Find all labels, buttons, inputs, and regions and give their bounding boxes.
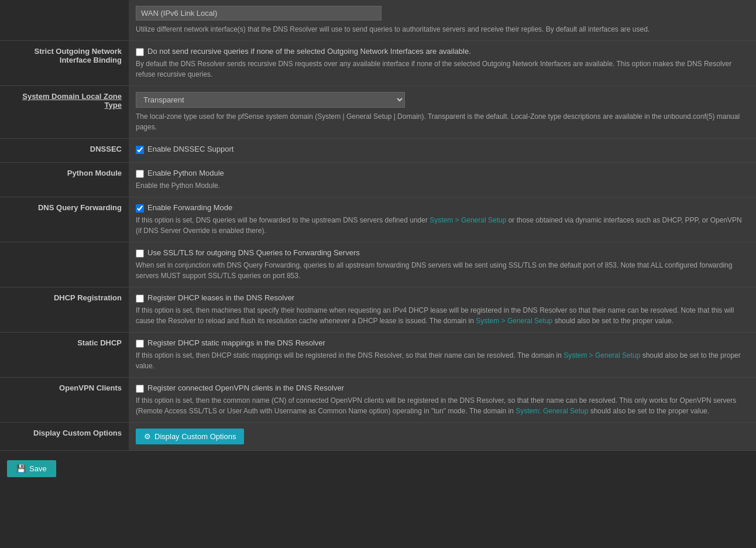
save-row: 💾 Save: [0, 451, 756, 483]
label-outgoing-interface: [0, 0, 129, 41]
python-module-label: Enable Python Module: [147, 169, 224, 177]
label-dhcp-registration: DHCP Registration: [0, 287, 129, 333]
save-icon: 💾: [16, 464, 26, 473]
label-dnssec: DNSSEC: [0, 139, 129, 163]
desc-openvpn-clients: If this option is set, then the common n…: [136, 395, 749, 416]
content-strict-outgoing: Do not send recursive queries if none of…: [129, 41, 756, 86]
dnssec-label: Enable DNSSEC Support: [147, 145, 233, 153]
display-custom-options-button[interactable]: ⚙ Display Custom Options: [136, 429, 244, 444]
dhcp-registration-label: Register DHCP leases in the DNS Resolver: [147, 293, 294, 302]
static-dhcp-label: Register DHCP static mappings in the DNS…: [147, 338, 325, 347]
system-general-setup-link-4[interactable]: System: General Setup: [516, 407, 588, 415]
strict-outgoing-checkbox[interactable]: [136, 48, 144, 56]
row-dhcp-registration: DHCP Registration Register DHCP leases i…: [0, 287, 756, 333]
label-display-custom-options: Display Custom Options: [0, 423, 129, 451]
dhcp-registration-checkbox[interactable]: [136, 294, 144, 303]
desc-strict-outgoing: By default the DNS Resolver sends recurs…: [136, 59, 749, 80]
desc-ssl-tls: When set in conjunction with DNS Query F…: [136, 260, 749, 281]
openvpn-clients-label: Register connected OpenVPN clients in th…: [147, 383, 344, 392]
row-python-module: Python Module Enable Python Module Enabl…: [0, 163, 756, 197]
row-static-dhcp: Static DHCP Register DHCP static mapping…: [0, 333, 756, 378]
desc-system-domain-local: The local-zone type used for the pfSense…: [136, 111, 749, 132]
zone-type-select[interactable]: Transparent deny refuse static redirect …: [136, 92, 405, 108]
label-dns-query-forwarding: DNS Query Forwarding: [0, 197, 129, 242]
row-openvpn-clients: OpenVPN Clients Register connected OpenV…: [0, 378, 756, 423]
row-dnssec: DNSSEC Enable DNSSEC Support: [0, 139, 756, 163]
row-outgoing-interface: Utilize different network interface(s) t…: [0, 0, 756, 41]
gear-icon: ⚙: [144, 432, 151, 441]
label-openvpn-clients: OpenVPN Clients: [0, 378, 129, 423]
desc-outgoing-interface: Utilize different network interface(s) t…: [136, 24, 749, 35]
ssl-tls-label: Use SSL/TLS for outgoing DNS Queries to …: [147, 248, 360, 257]
content-dnssec: Enable DNSSEC Support: [129, 139, 756, 163]
dnssec-checkbox[interactable]: [136, 146, 144, 154]
ssl-tls-checkbox[interactable]: [136, 249, 144, 258]
row-system-domain-local: System Domain Local Zone Type Transparen…: [0, 86, 756, 139]
content-dhcp-registration: Register DHCP leases in the DNS Resolver…: [129, 287, 756, 333]
desc-dhcp-registration: If this option is set, then machines tha…: [136, 305, 749, 326]
desc-dns-query-forwarding: If this option is set, DNS queries will …: [136, 215, 749, 236]
desc-python-module: Enable the Python Module.: [136, 180, 749, 191]
desc-static-dhcp: If this option is set, then DHCP static …: [136, 350, 749, 371]
label-system-domain-local: System Domain Local Zone Type: [0, 86, 129, 139]
label-system-domain-local-link[interactable]: System Domain Local Zone Type: [22, 92, 122, 109]
label-python-module: Python Module: [0, 163, 129, 197]
system-general-setup-link-3[interactable]: System > General Setup: [563, 351, 640, 359]
label-ssl-tls: [0, 242, 129, 287]
label-static-dhcp: Static DHCP: [0, 333, 129, 378]
content-system-domain-local: Transparent deny refuse static redirect …: [129, 86, 756, 139]
row-dns-query-forwarding: DNS Query Forwarding Enable Forwarding M…: [0, 197, 756, 242]
wan-input[interactable]: [136, 6, 382, 20]
openvpn-clients-checkbox[interactable]: [136, 385, 144, 393]
save-button[interactable]: 💾 Save: [7, 460, 56, 477]
content-ssl-tls: Use SSL/TLS for outgoing DNS Queries to …: [129, 242, 756, 287]
content-outgoing-interface: Utilize different network interface(s) t…: [129, 0, 756, 41]
row-ssl-tls: Use SSL/TLS for outgoing DNS Queries to …: [0, 242, 756, 287]
forwarding-mode-checkbox[interactable]: [136, 204, 144, 213]
label-strict-outgoing: Strict Outgoing Network Interface Bindin…: [0, 41, 129, 86]
forwarding-mode-label: Enable Forwarding Mode: [147, 203, 232, 212]
content-openvpn-clients: Register connected OpenVPN clients in th…: [129, 378, 756, 423]
content-python-module: Enable Python Module Enable the Python M…: [129, 163, 756, 197]
system-general-setup-link-2[interactable]: System > General Setup: [476, 317, 552, 325]
static-dhcp-checkbox[interactable]: [136, 340, 144, 348]
content-display-custom-options: ⚙ Display Custom Options: [129, 423, 756, 451]
settings-table: Utilize different network interface(s) t…: [0, 0, 756, 451]
strict-outgoing-label: Do not send recursive queries if none of…: [147, 47, 471, 56]
python-module-checkbox[interactable]: [136, 170, 144, 178]
content-static-dhcp: Register DHCP static mappings in the DNS…: [129, 333, 756, 378]
content-dns-query-forwarding: Enable Forwarding Mode If this option is…: [129, 197, 756, 242]
system-general-setup-link-1[interactable]: System > General Setup: [429, 216, 506, 224]
row-display-custom-options: Display Custom Options ⚙ Display Custom …: [0, 423, 756, 451]
row-strict-outgoing: Strict Outgoing Network Interface Bindin…: [0, 41, 756, 86]
